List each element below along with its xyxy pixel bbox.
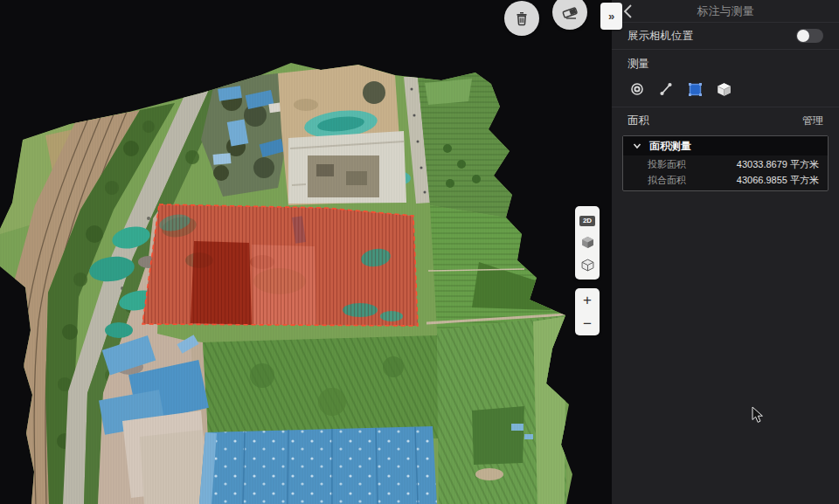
application-window: 2D + − » — [0, 0, 839, 504]
camera-position-label: 展示相机位置 — [628, 29, 693, 44]
projected-area-value: 43033.8679 平方米 — [737, 158, 819, 171]
panel-collapse-tab[interactable]: » — [600, 3, 622, 30]
annotation-measure-panel: 标注与测量 展示相机位置 测量 — [612, 0, 839, 504]
fitted-area-value: 43066.9855 平方米 — [737, 174, 819, 187]
area-measure-tool[interactable] — [685, 79, 704, 99]
measurement-card: 面积测量 投影面积 43033.8679 平方米 拟合面积 43066.9855… — [622, 135, 829, 191]
fitted-area-label: 拟合面积 — [648, 174, 686, 187]
area-label: 面积 — [628, 114, 649, 128]
point-measure-tool[interactable] — [628, 79, 647, 99]
measure-section: 测量 — [612, 50, 839, 107]
eraser-icon — [561, 3, 579, 21]
panel-title: 标注与测量 — [612, 3, 839, 19]
solid-cube-icon — [581, 236, 594, 249]
delete-button[interactable] — [504, 1, 539, 36]
map-viewport[interactable]: 2D + − — [0, 0, 612, 504]
pointcloud-view-button[interactable] — [577, 255, 598, 274]
panel-header: 标注与测量 — [612, 0, 839, 23]
point-icon — [630, 82, 644, 96]
camera-position-toggle[interactable] — [796, 29, 823, 43]
fitted-area-row: 拟合面积 43066.9855 平方米 — [623, 173, 828, 190]
manage-button[interactable]: 管理 — [802, 114, 823, 128]
area-section-header: 面积 管理 — [612, 107, 839, 134]
volume-measure-tool[interactable] — [714, 79, 733, 99]
projected-area-row: 投影面积 43033.8679 平方米 — [623, 155, 828, 173]
double-chevron-right-icon: » — [608, 10, 614, 23]
model-view-button[interactable] — [577, 233, 598, 252]
measurement-item-header[interactable]: 面积测量 — [623, 136, 828, 155]
zoom-controls: + − — [575, 288, 600, 335]
measure-label: 测量 — [628, 57, 823, 72]
distance-icon — [659, 82, 673, 96]
zoom-out-button[interactable]: − — [577, 314, 598, 334]
view-2d-button[interactable]: 2D — [577, 211, 598, 231]
chevron-down-icon — [632, 141, 642, 151]
aerial-map[interactable] — [0, 0, 612, 504]
area-icon — [688, 82, 703, 97]
camera-position-row: 展示相机位置 — [612, 23, 839, 50]
wire-cube-icon — [581, 259, 594, 272]
trash-icon — [514, 10, 530, 26]
distance-measure-tool[interactable] — [656, 79, 676, 99]
toggle-knob — [797, 30, 809, 42]
measurement-item-title: 面积测量 — [649, 139, 691, 154]
zoom-in-button[interactable]: + — [577, 291, 598, 310]
projected-area-label: 投影面积 — [648, 158, 686, 171]
cube-icon — [717, 82, 732, 97]
view-controls: 2D — [575, 206, 600, 280]
2d-badge: 2D — [579, 216, 595, 226]
